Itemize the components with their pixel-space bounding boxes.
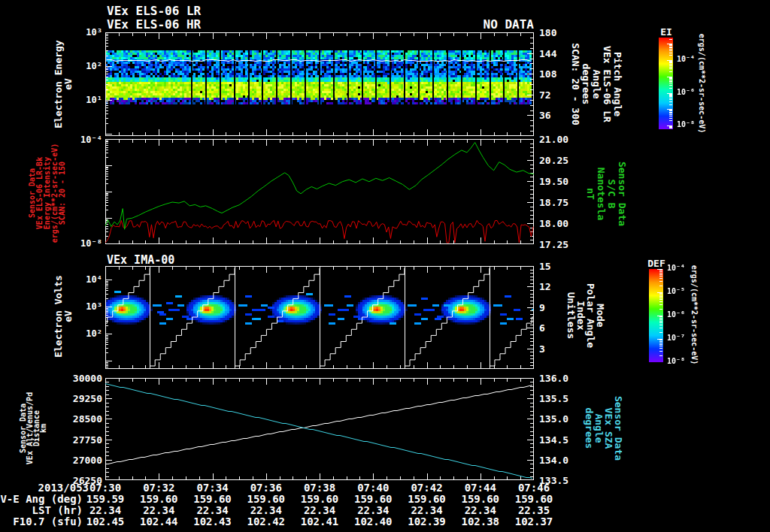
no-data-label: NO DATA — [484, 17, 534, 32]
panel2-right-tick: 21.00 — [539, 134, 568, 145]
panel2-ytick: 10⁻⁴ — [57, 135, 102, 145]
time-label: 07:30 — [79, 482, 132, 494]
panel4-ytick: 28500 — [57, 413, 102, 425]
table-cell: 102.37 — [508, 515, 560, 527]
colorbar-ei-tick: 10⁻⁸ — [677, 120, 695, 128]
panel1-right-tick: 36 — [539, 110, 551, 121]
table-cell: 22.34 — [454, 504, 507, 516]
panel3-ytick: 10⁴ — [57, 274, 102, 285]
right-label-line: Mode — [596, 283, 605, 348]
table-row-label: F10.7 (sfu) — [0, 515, 83, 527]
right-label-line: VEx ELS-06 LR — [602, 43, 612, 125]
right-label-line: degrees — [584, 396, 594, 461]
right-label-line: nT — [585, 162, 596, 226]
right-label-line: Nanotesla — [596, 162, 606, 226]
colorbar-ei-tick: 10⁻⁶ — [677, 88, 695, 96]
els-spectrogram-canvas — [105, 32, 534, 136]
panel4-ytick: 27750 — [57, 434, 102, 446]
right-label-line: SCAN: 20 - 300 — [570, 43, 581, 125]
table-cell: 102.39 — [401, 515, 453, 527]
panel2-ylabel-red: Sensor Data VEx ELS-06 LR-Bk Energy Inte… — [29, 144, 66, 243]
time-label: 07:42 — [401, 482, 453, 494]
panel2-right-tick: 17.25 — [539, 239, 568, 250]
panel1-ytick: 10³ — [57, 27, 102, 38]
table-cell: 102.45 — [79, 515, 132, 527]
panel3-ytick: 10² — [57, 328, 102, 339]
table-cell: 22.34 — [186, 504, 239, 516]
ylabel-line: km — [40, 392, 47, 464]
panel2-right-tick: 20.25 — [539, 155, 568, 166]
table-cell: 102.44 — [132, 515, 185, 527]
ima-spectrogram-canvas — [105, 266, 534, 369]
panel1-title-lr: VEx ELS-06 LR — [107, 4, 201, 18]
right-label-line: Pitch Angle — [612, 43, 623, 125]
panel3-ytick: 10³ — [57, 301, 102, 312]
colorbar-def-tick: 10⁻⁵ — [667, 287, 685, 295]
panel3-right-tick: 6 — [539, 322, 545, 334]
table-cell: 22.34 — [347, 504, 399, 516]
panel2-ytick: 10⁻⁸ — [57, 238, 102, 249]
table-cell: 102.42 — [240, 515, 293, 527]
colorbar-def-tick: 10⁻⁸ — [667, 357, 685, 365]
right-label-line: Polar Angle — [586, 283, 596, 348]
panel4-ytick: 27000 — [57, 455, 102, 466]
colorbar-ei-title: EI — [651, 26, 681, 38]
panel3-right-label: Mode Polar Angle Index Unitless — [566, 283, 605, 348]
table-cell: 159.60 — [454, 493, 507, 505]
panel1-ylabel: Electron Energy eV — [53, 40, 73, 128]
panel-ima-spectrogram — [105, 266, 534, 369]
table-cell: 159.60 — [401, 493, 453, 505]
colorbar-def-tick: 10⁻⁷ — [667, 334, 685, 342]
panel3-right-tick: 3 — [539, 343, 545, 355]
time-label: 07:46 — [508, 482, 560, 494]
panel2-right-label-green: Sensor Data S/C B Nanotesla nT — [585, 162, 627, 226]
right-label-line: Sensor Data — [617, 162, 627, 226]
table-cell: 22.34 — [132, 504, 185, 516]
time-label: 07:38 — [293, 482, 346, 494]
panel2-right-tick: 18.00 — [539, 218, 568, 229]
panel4-ytick: 29250 — [57, 393, 102, 404]
colorbar-def-tick: 10⁻⁴ — [667, 264, 685, 272]
table-cell: 22.35 — [508, 504, 560, 516]
panel3-ylabel: Electron Volts eV — [53, 275, 73, 358]
panel4-right-tick: 134.5 — [539, 434, 568, 446]
table-cell: 22.34 — [79, 504, 132, 516]
table-row-label: LST (hr) — [0, 504, 83, 516]
colorbar-def — [649, 269, 663, 362]
table-cell: 159.60 — [240, 493, 293, 505]
panel1-right-label: Pitch Angle VEx ELS-06 LR Angle degrees … — [570, 43, 623, 125]
panel1-right-tick: 180 — [539, 27, 556, 38]
plot-screen: VEx ELS-06 LR VEx ELS-06 HR NO DATA VEx … — [0, 0, 770, 532]
right-label-line: Angle — [591, 43, 602, 125]
table-cell: 159.60 — [347, 493, 399, 505]
panel1-title-hr: VEx ELS-06 HR — [107, 17, 201, 32]
table-cell: 102.38 — [454, 515, 507, 527]
right-label-line: Sensor Data — [614, 396, 623, 461]
time-label: 07:44 — [454, 482, 507, 494]
panel4-right-tick: 136.0 — [539, 373, 568, 384]
panel-b-field — [105, 139, 534, 244]
colorbar-ei — [659, 38, 673, 129]
table-cell: 102.41 — [293, 515, 346, 527]
panel1-right-tick: 144 — [539, 48, 556, 59]
table-cell: 22.34 — [240, 504, 293, 516]
table-cell: 159.60 — [186, 493, 239, 505]
table-row-label: V-E Ang (deg) — [0, 493, 83, 505]
time-label: 07:34 — [186, 482, 239, 494]
table-cell: 102.43 — [186, 515, 239, 527]
panel4-right-label-cyan: Sensor Data VEx SZA Angle degrees — [584, 396, 623, 461]
panel4-right-tick: 135.5 — [539, 393, 568, 404]
time-label: 07:40 — [347, 482, 399, 494]
right-label-line: Angle — [594, 396, 604, 461]
panel4-right-tick: 134.0 — [539, 455, 568, 466]
panel3-title: VEx IMA-00 — [107, 253, 174, 267]
table-cell: 102.40 — [347, 515, 399, 527]
table-cell: 22.34 — [401, 504, 453, 516]
panel1-right-tick: 72 — [539, 89, 551, 101]
panel-ephemeris — [105, 378, 534, 480]
colorbar-def-units: ergs/(cm**2-sr-sec-eV) — [690, 265, 699, 364]
right-label-line: degrees — [581, 43, 591, 125]
time-label: 07:36 — [240, 482, 293, 494]
ephemeris-canvas — [105, 378, 534, 480]
table-cell: 22.34 — [293, 504, 346, 516]
